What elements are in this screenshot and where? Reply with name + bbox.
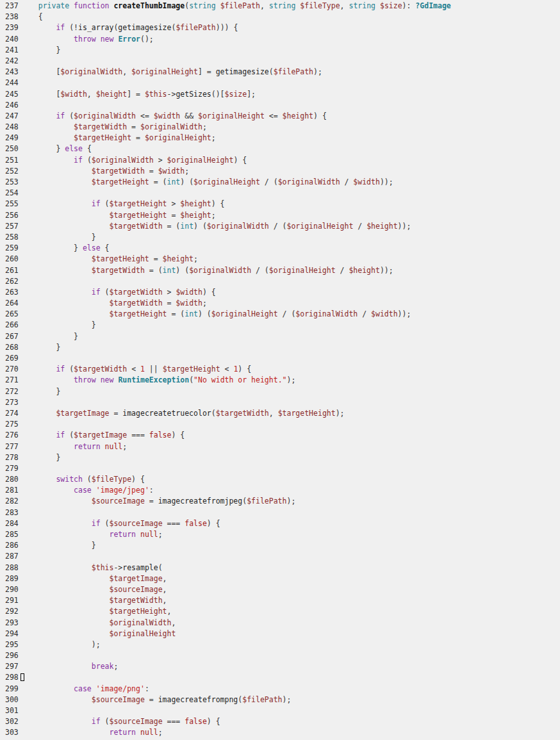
code-line[interactable]: 243 [$originalWidth, $originalHeight] = … <box>0 67 560 78</box>
token-p: / ( <box>260 177 278 186</box>
code-line[interactable]: 267 } <box>0 331 560 342</box>
code-line[interactable]: 270 if ($targetWidth < 1 || $targetHeigh… <box>0 364 560 375</box>
token-p: ) ( <box>176 266 189 275</box>
token-k: if <box>92 717 101 726</box>
line-number: 255 <box>0 199 21 210</box>
line-number: 250 <box>0 144 21 154</box>
token-v: $width <box>353 177 380 186</box>
code-line[interactable]: 277 return null; <box>0 441 560 452</box>
token-p: (); <box>140 35 154 44</box>
line-number: 259 <box>0 243 21 254</box>
token-p: ; <box>185 167 189 176</box>
code-line[interactable]: 256 $targetHeight = $height; <box>0 210 560 221</box>
code-line[interactable]: 253 $targetHeight = (int) ($originalHeig… <box>0 177 560 188</box>
code-line[interactable]: 285 return null; <box>0 529 560 540</box>
code-line[interactable]: 294 $originalHeight <box>0 629 560 639</box>
code-line[interactable]: 291 $targetWidth, <box>0 595 560 606</box>
code-line[interactable]: 263 if ($targetWidth > $width) { <box>0 287 560 298</box>
code-line[interactable]: 250 } else { <box>0 144 560 154</box>
code-line[interactable]: 264 $targetWidth = $width; <box>0 298 560 309</box>
code-line[interactable]: 297 break; <box>0 661 560 672</box>
token-v: $targetWidth <box>74 122 127 131</box>
code-line[interactable]: 242 <box>0 56 560 67</box>
code-line[interactable]: 274 $targetImage = imagecreatetruecolor(… <box>0 408 560 419</box>
code-line[interactable]: 237 private function createThumbImage(st… <box>0 1 560 12</box>
code-line[interactable]: 283 <box>0 507 560 518</box>
code-line[interactable]: 300 $sourceImage = imagecreatefrompng($f… <box>0 695 560 705</box>
code-line[interactable]: 299 case 'image/png': <box>0 684 560 695</box>
code-line[interactable]: 262 <box>0 276 560 287</box>
code-line[interactable]: 289 $targetImage, <box>0 573 560 584</box>
code-line[interactable]: 292 $targetHeight, <box>0 606 560 617</box>
code-line[interactable]: 282 $sourceImage = imagecreatefromjpeg($… <box>0 496 560 507</box>
code-line[interactable]: 269 <box>0 353 560 364</box>
token-v: $targetHeight <box>163 365 220 374</box>
token-p: ))) { <box>216 23 238 32</box>
token-p <box>101 442 105 451</box>
code-line[interactable]: 287 <box>0 551 560 562</box>
code-line[interactable]: 247 if ($originalWidth <= $width && $ori… <box>0 111 560 122</box>
token-v: $targetWidth <box>216 409 269 418</box>
code-line[interactable]: 272 } <box>0 386 560 397</box>
code-line[interactable]: 290 $sourceImage, <box>0 584 560 595</box>
code-line[interactable]: 238 { <box>0 12 560 22</box>
code-line[interactable]: 280 switch ($fileType) { <box>0 474 560 485</box>
code-line[interactable]: 246 <box>0 100 560 111</box>
code-line[interactable]: 303 return null; <box>0 727 560 738</box>
token-p: } <box>21 320 96 329</box>
code-line[interactable]: 288 $this->resample( <box>0 563 560 573</box>
code-line[interactable]: 254 <box>0 188 560 199</box>
code-line[interactable]: 249 $targetHeight = $originalHeight; <box>0 133 560 144</box>
code-line[interactable]: 244 <box>0 78 560 88</box>
code-line[interactable]: 255 if ($targetHeight > $height) { <box>0 199 560 210</box>
token-p <box>21 375 74 384</box>
token-p: } <box>21 343 60 352</box>
code-line[interactable]: 251 if ($originalWidth > $originalHeight… <box>0 155 560 166</box>
token-v: $originalHeight <box>269 266 336 275</box>
code-line[interactable]: 279 <box>0 463 560 474</box>
code-line[interactable]: 273 <box>0 397 560 408</box>
code-line[interactable]: 261 $targetWidth = (int) ($originalWidth… <box>0 265 560 276</box>
token-p <box>21 486 74 495</box>
code-line[interactable]: 241 } <box>0 45 560 56</box>
code-line[interactable]: 298 <box>0 672 560 683</box>
code-line[interactable]: 275 <box>0 419 560 430</box>
code-line[interactable]: 259 } else { <box>0 243 560 254</box>
code-line[interactable]: 278 } <box>0 452 560 463</box>
token-p: = <box>145 695 158 704</box>
token-p: ); <box>21 640 101 649</box>
token-p: ; <box>211 133 216 142</box>
code-text: [$originalWidth, $originalHeight] = geti… <box>21 67 322 78</box>
code-line[interactable]: 284 if ($sourceImage === false) { <box>0 518 560 529</box>
code-line[interactable]: 257 $targetWidth = (int) ($originalWidth… <box>0 221 560 232</box>
code-editor[interactable]: 237 private function createThumbImage(st… <box>0 0 560 740</box>
code-line[interactable]: 252 $targetWidth = $width; <box>0 166 560 177</box>
code-line[interactable]: 302 if ($sourceImage === false) { <box>0 716 560 727</box>
code-line[interactable]: 240 throw new Error(); <box>0 34 560 45</box>
token-p <box>21 409 56 418</box>
code-line[interactable]: 286 } <box>0 540 560 551</box>
code-line[interactable]: 268 } <box>0 342 560 353</box>
line-number: 251 <box>0 155 21 166</box>
code-line[interactable]: 295 ); <box>0 639 560 650</box>
token-v: $sourceImage <box>109 585 162 594</box>
token-p: ); <box>336 409 345 418</box>
token-p <box>21 431 56 440</box>
code-line[interactable]: 276 if ($targetImage === false) { <box>0 430 560 441</box>
code-line[interactable]: 296 <box>0 650 560 661</box>
code-text: if ($sourceImage === false) { <box>21 518 220 529</box>
code-line[interactable]: 281 case 'image/jpeg': <box>0 485 560 496</box>
code-line[interactable]: 301 <box>0 705 560 716</box>
code-line[interactable]: 293 $originalWidth, <box>0 618 560 629</box>
code-line[interactable]: 248 $targetWidth = $originalWidth; <box>0 122 560 133</box>
code-line[interactable]: 239 if (!is_array(getimagesize($filePath… <box>0 22 560 33</box>
token-p: } <box>21 144 65 153</box>
token-k: if <box>92 288 101 297</box>
code-line[interactable]: 271 throw new RuntimeException("No width… <box>0 375 560 386</box>
code-line[interactable]: 260 $targetHeight = $height; <box>0 254 560 265</box>
code-line[interactable]: 265 $targetHeight = (int) ($originalHeig… <box>0 309 560 320</box>
line-number: 265 <box>0 309 21 320</box>
code-line[interactable]: 258 } <box>0 232 560 243</box>
code-line[interactable]: 266 } <box>0 320 560 331</box>
code-line[interactable]: 245 [$width, $height] = $this->getSizes(… <box>0 89 560 100</box>
